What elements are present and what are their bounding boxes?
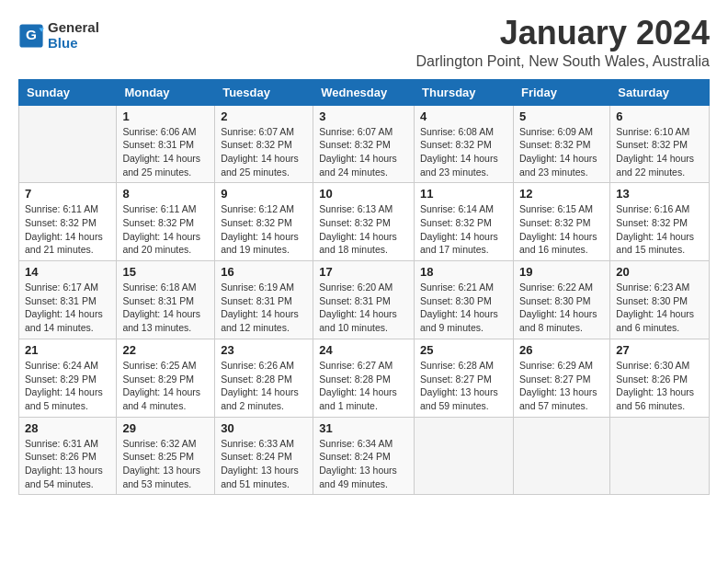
day-info: Sunrise: 6:16 AMSunset: 8:32 PMDaylight:… xyxy=(616,202,703,257)
calendar-week-row: 28Sunrise: 6:31 AMSunset: 8:26 PMDayligh… xyxy=(19,417,710,495)
day-info: Sunrise: 6:32 AMSunset: 8:25 PMDaylight:… xyxy=(122,437,209,491)
calendar-day-cell: 7Sunrise: 6:11 AMSunset: 8:32 PMDaylight… xyxy=(19,183,117,261)
day-info: Sunrise: 6:17 AMSunset: 8:31 PMDaylight:… xyxy=(25,281,110,335)
day-number: 27 xyxy=(616,343,703,357)
day-number: 7 xyxy=(25,187,110,201)
calendar-day-header: Tuesday xyxy=(215,79,313,105)
day-number: 9 xyxy=(221,187,307,201)
main-title: January 2024 xyxy=(415,15,710,52)
calendar-day-cell: 31Sunrise: 6:34 AMSunset: 8:24 PMDayligh… xyxy=(313,417,415,495)
calendar-day-header: Saturday xyxy=(610,79,710,105)
day-info: Sunrise: 6:15 AMSunset: 8:32 PMDaylight:… xyxy=(519,202,604,257)
svg-text:G: G xyxy=(26,27,37,42)
day-number: 1 xyxy=(122,109,209,123)
calendar-day-cell: 18Sunrise: 6:21 AMSunset: 8:30 PMDayligh… xyxy=(415,261,514,339)
calendar-header-row: SundayMondayTuesdayWednesdayThursdayFrid… xyxy=(19,79,710,105)
calendar-day-cell: 15Sunrise: 6:18 AMSunset: 8:31 PMDayligh… xyxy=(117,261,215,339)
day-number: 22 xyxy=(122,343,209,357)
day-number: 25 xyxy=(420,343,507,357)
day-number: 12 xyxy=(519,187,604,201)
day-number: 14 xyxy=(25,265,110,279)
calendar-week-row: 7Sunrise: 6:11 AMSunset: 8:32 PMDaylight… xyxy=(19,183,710,261)
calendar-day-cell: 14Sunrise: 6:17 AMSunset: 8:31 PMDayligh… xyxy=(19,261,117,339)
day-info: Sunrise: 6:31 AMSunset: 8:26 PMDaylight:… xyxy=(25,437,110,491)
calendar-day-cell: 20Sunrise: 6:23 AMSunset: 8:30 PMDayligh… xyxy=(610,261,710,339)
day-info: Sunrise: 6:11 AMSunset: 8:32 PMDaylight:… xyxy=(122,202,209,257)
day-number: 26 xyxy=(519,343,604,357)
calendar-day-cell: 21Sunrise: 6:24 AMSunset: 8:29 PMDayligh… xyxy=(19,339,117,417)
calendar-day-cell: 8Sunrise: 6:11 AMSunset: 8:32 PMDaylight… xyxy=(117,183,215,261)
calendar-day-cell: 1Sunrise: 6:06 AMSunset: 8:31 PMDaylight… xyxy=(117,105,215,183)
calendar-day-cell: 11Sunrise: 6:14 AMSunset: 8:32 PMDayligh… xyxy=(415,183,514,261)
logo-general-text: General xyxy=(48,20,99,36)
day-info: Sunrise: 6:08 AMSunset: 8:32 PMDaylight:… xyxy=(420,125,507,179)
day-info: Sunrise: 6:11 AMSunset: 8:32 PMDaylight:… xyxy=(25,202,110,257)
calendar-day-cell xyxy=(19,105,117,183)
calendar-day-cell: 16Sunrise: 6:19 AMSunset: 8:31 PMDayligh… xyxy=(215,261,313,339)
calendar-day-cell: 13Sunrise: 6:16 AMSunset: 8:32 PMDayligh… xyxy=(610,183,710,261)
day-info: Sunrise: 6:20 AMSunset: 8:31 PMDaylight:… xyxy=(319,281,408,335)
calendar-day-cell: 28Sunrise: 6:31 AMSunset: 8:26 PMDayligh… xyxy=(19,417,117,495)
calendar-day-cell: 9Sunrise: 6:12 AMSunset: 8:32 PMDaylight… xyxy=(215,183,313,261)
calendar-day-header: Sunday xyxy=(19,79,117,105)
day-info: Sunrise: 6:19 AMSunset: 8:31 PMDaylight:… xyxy=(221,281,307,335)
day-number: 31 xyxy=(319,421,408,435)
day-info: Sunrise: 6:23 AMSunset: 8:30 PMDaylight:… xyxy=(616,281,703,335)
logo-icon: G xyxy=(18,23,44,49)
calendar-day-cell: 6Sunrise: 6:10 AMSunset: 8:32 PMDaylight… xyxy=(610,105,710,183)
calendar-day-cell: 30Sunrise: 6:33 AMSunset: 8:24 PMDayligh… xyxy=(215,417,313,495)
calendar-day-cell: 19Sunrise: 6:22 AMSunset: 8:30 PMDayligh… xyxy=(513,261,609,339)
calendar-day-cell: 10Sunrise: 6:13 AMSunset: 8:32 PMDayligh… xyxy=(313,183,415,261)
calendar-day-cell: 23Sunrise: 6:26 AMSunset: 8:28 PMDayligh… xyxy=(215,339,313,417)
day-info: Sunrise: 6:21 AMSunset: 8:30 PMDaylight:… xyxy=(420,281,507,335)
calendar-day-cell: 17Sunrise: 6:20 AMSunset: 8:31 PMDayligh… xyxy=(313,261,415,339)
day-number: 18 xyxy=(420,265,507,279)
day-number: 17 xyxy=(319,265,408,279)
day-number: 20 xyxy=(616,265,703,279)
day-number: 5 xyxy=(519,109,604,123)
logo: G General Blue xyxy=(18,20,99,51)
day-number: 21 xyxy=(25,343,110,357)
calendar-day-header: Wednesday xyxy=(313,79,415,105)
day-info: Sunrise: 6:12 AMSunset: 8:32 PMDaylight:… xyxy=(221,202,307,257)
calendar-week-row: 21Sunrise: 6:24 AMSunset: 8:29 PMDayligh… xyxy=(19,339,710,417)
day-number: 4 xyxy=(420,109,507,123)
day-number: 30 xyxy=(221,421,307,435)
calendar-day-cell: 3Sunrise: 6:07 AMSunset: 8:32 PMDaylight… xyxy=(313,105,415,183)
calendar-week-row: 1Sunrise: 6:06 AMSunset: 8:31 PMDaylight… xyxy=(19,105,710,183)
day-info: Sunrise: 6:34 AMSunset: 8:24 PMDaylight:… xyxy=(319,437,408,491)
day-number: 24 xyxy=(319,343,408,357)
calendar-day-cell: 5Sunrise: 6:09 AMSunset: 8:32 PMDaylight… xyxy=(513,105,609,183)
day-number: 6 xyxy=(616,109,703,123)
title-area: January 2024 Darlington Point, New South… xyxy=(415,15,710,70)
day-number: 15 xyxy=(122,265,209,279)
day-info: Sunrise: 6:26 AMSunset: 8:28 PMDaylight:… xyxy=(221,359,307,413)
calendar-day-cell: 25Sunrise: 6:28 AMSunset: 8:27 PMDayligh… xyxy=(415,339,514,417)
day-number: 8 xyxy=(122,187,209,201)
day-info: Sunrise: 6:09 AMSunset: 8:32 PMDaylight:… xyxy=(519,125,604,179)
day-info: Sunrise: 6:28 AMSunset: 8:27 PMDaylight:… xyxy=(420,359,507,413)
day-info: Sunrise: 6:07 AMSunset: 8:32 PMDaylight:… xyxy=(221,125,307,179)
calendar-day-cell: 12Sunrise: 6:15 AMSunset: 8:32 PMDayligh… xyxy=(513,183,609,261)
day-number: 28 xyxy=(25,421,110,435)
day-info: Sunrise: 6:13 AMSunset: 8:32 PMDaylight:… xyxy=(319,202,408,257)
day-info: Sunrise: 6:27 AMSunset: 8:28 PMDaylight:… xyxy=(319,359,408,413)
day-info: Sunrise: 6:06 AMSunset: 8:31 PMDaylight:… xyxy=(122,125,209,179)
calendar-day-cell xyxy=(610,417,710,495)
calendar-day-cell: 24Sunrise: 6:27 AMSunset: 8:28 PMDayligh… xyxy=(313,339,415,417)
day-info: Sunrise: 6:24 AMSunset: 8:29 PMDaylight:… xyxy=(25,359,110,413)
header: G General Blue January 2024 Darlington P… xyxy=(18,15,710,70)
day-info: Sunrise: 6:29 AMSunset: 8:27 PMDaylight:… xyxy=(519,359,604,413)
calendar-day-cell: 29Sunrise: 6:32 AMSunset: 8:25 PMDayligh… xyxy=(117,417,215,495)
subtitle: Darlington Point, New South Wales, Austr… xyxy=(415,53,710,70)
calendar-day-cell xyxy=(415,417,514,495)
calendar-day-cell xyxy=(513,417,609,495)
calendar-day-header: Friday xyxy=(513,79,609,105)
calendar-week-row: 14Sunrise: 6:17 AMSunset: 8:31 PMDayligh… xyxy=(19,261,710,339)
calendar-day-header: Thursday xyxy=(415,79,514,105)
day-info: Sunrise: 6:33 AMSunset: 8:24 PMDaylight:… xyxy=(221,437,307,491)
day-number: 19 xyxy=(519,265,604,279)
day-info: Sunrise: 6:18 AMSunset: 8:31 PMDaylight:… xyxy=(122,281,209,335)
logo-blue-text: Blue xyxy=(48,36,99,52)
calendar-day-cell: 26Sunrise: 6:29 AMSunset: 8:27 PMDayligh… xyxy=(513,339,609,417)
